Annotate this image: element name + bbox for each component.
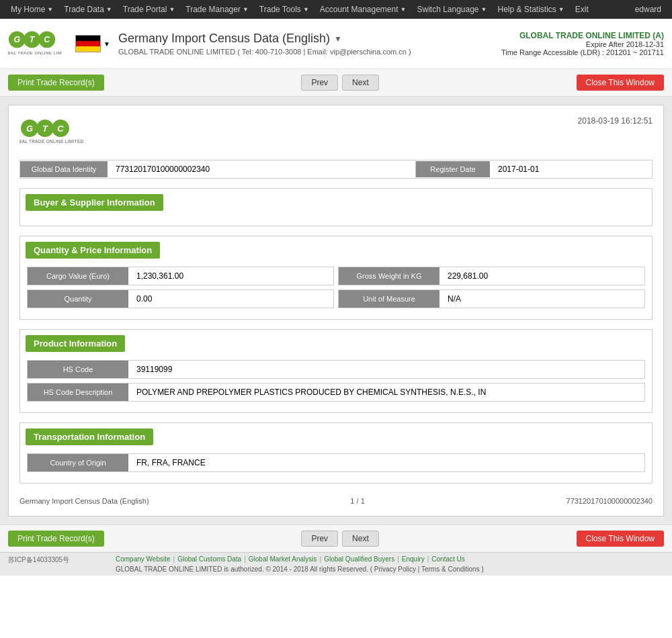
account-time-range: Time Range Accessible (LDR) : 201201 ~ 2… bbox=[501, 48, 664, 56]
country-origin-row: Country of Origin FR, FRA, FRANCE bbox=[27, 453, 645, 472]
transportation-body: Country of Origin FR, FRA, FRANCE bbox=[20, 451, 652, 483]
close-window-button[interactable]: Close This Window bbox=[577, 75, 664, 91]
bottom-prev-button[interactable]: Prev bbox=[301, 531, 338, 547]
country-origin-label: Country of Origin bbox=[28, 454, 128, 471]
svg-text:G: G bbox=[13, 35, 20, 44]
global-data-identity-label: Global Data Identity bbox=[20, 161, 108, 177]
product-information-body: HS Code 39119099 HS Code Description POL… bbox=[20, 357, 652, 412]
register-date-value: 2017-01-01 bbox=[490, 161, 652, 178]
buyer-supplier-section: Buyer & Supplier Information bbox=[19, 188, 653, 226]
gross-weight-field: Gross Weight in KG 229,681.00 bbox=[338, 267, 645, 285]
unit-of-measure-field: Unit of Measure N/A bbox=[338, 289, 645, 308]
product-information-section: Product Information HS Code 39119099 HS … bbox=[19, 329, 653, 413]
nav-help-statistics[interactable]: Help & Statistics ▼ bbox=[492, 0, 569, 19]
gross-weight-value: 229,681.00 bbox=[439, 267, 644, 285]
svg-text:C: C bbox=[44, 35, 50, 44]
footer-record-id: 773120170100000002340 bbox=[566, 497, 653, 505]
page-title: Germany Import Census Data (English) ▼ bbox=[118, 32, 501, 46]
nav-trade-manager[interactable]: Trade Manager ▼ bbox=[180, 0, 254, 19]
account-expire: Expire After 2018-12-31 bbox=[501, 40, 664, 48]
cargo-value-value: 1,230,361.00 bbox=[128, 267, 333, 285]
hs-desc-row: HS Code Description POLYMER AND PREPOLYM… bbox=[27, 383, 645, 402]
buyer-supplier-body bbox=[20, 216, 652, 226]
icp-number: 苏ICP备14033305号 bbox=[8, 555, 116, 573]
nav-trade-tools[interactable]: Trade Tools ▼ bbox=[254, 0, 314, 19]
chevron-down-icon: ▼ bbox=[169, 6, 175, 13]
company-logo: G T C GLOBAL TRADE ONLINE LIMITED bbox=[8, 26, 62, 62]
footer-link-enquiry[interactable]: Enquiry bbox=[402, 555, 425, 563]
svg-text:T: T bbox=[42, 124, 48, 134]
unit-of-measure-value: N/A bbox=[439, 290, 644, 308]
footer-link-qualified-buyers[interactable]: Global Qualified Buyers bbox=[324, 555, 394, 563]
prev-button[interactable]: Prev bbox=[301, 75, 338, 91]
quantity-price-header: Quantity & Price Information bbox=[26, 242, 160, 259]
title-area: Germany Import Census Data (English) ▼ G… bbox=[118, 32, 501, 56]
record-card: G T C GLOBAL TRADE ONLINE LIMITED 2018-0… bbox=[8, 105, 664, 516]
card-footer: Germany Import Census Data (English) 1 /… bbox=[19, 493, 653, 505]
top-action-bar: Print Trade Record(s) Prev Next Close Th… bbox=[0, 69, 672, 97]
footer-link-market-analysis[interactable]: Global Market Analysis bbox=[249, 555, 317, 563]
transportation-header: Transportation Information bbox=[26, 428, 153, 445]
unit-of-measure-label: Unit of Measure bbox=[339, 290, 439, 308]
action-bar-left: Print Trade Record(s) bbox=[8, 75, 104, 91]
quantity-field: Quantity 0.00 bbox=[27, 289, 334, 308]
svg-text:C: C bbox=[57, 124, 64, 134]
nav-trade-portal[interactable]: Trade Portal ▼ bbox=[118, 0, 181, 19]
cargo-gross-row: Cargo Value (Euro) 1,230,361.00 Gross We… bbox=[27, 267, 645, 285]
next-button[interactable]: Next bbox=[342, 75, 379, 91]
card-logo: G T C GLOBAL TRADE ONLINE LIMITED bbox=[19, 116, 100, 152]
print-button[interactable]: Print Trade Record(s) bbox=[8, 75, 104, 91]
footer-content: Company Website | Global Customs Data | … bbox=[116, 555, 664, 573]
nav-exit[interactable]: Exit bbox=[570, 0, 594, 19]
nav-switch-language[interactable]: Switch Language ▼ bbox=[411, 0, 492, 19]
svg-text:G: G bbox=[26, 124, 33, 134]
account-company-name: GLOBAL TRADE ONLINE LIMITED (A) bbox=[501, 31, 664, 40]
bottom-action-left: Print Trade Record(s) bbox=[8, 531, 104, 547]
logo-area: G T C GLOBAL TRADE ONLINE LIMITED bbox=[8, 26, 62, 62]
chevron-down-icon: ▼ bbox=[106, 6, 112, 13]
hs-code-label: HS Code bbox=[28, 361, 128, 378]
bottom-action-bar: Print Trade Record(s) Prev Next Close Th… bbox=[0, 525, 672, 552]
register-date-label: Register Date bbox=[416, 161, 490, 177]
product-information-header: Product Information bbox=[26, 335, 125, 352]
title-dropdown-icon[interactable]: ▼ bbox=[334, 34, 342, 44]
nav-account-management[interactable]: Account Management ▼ bbox=[314, 0, 412, 19]
chevron-down-icon: ▼ bbox=[481, 6, 487, 13]
footer-area: 苏ICP备14033305号 Company Website | Global … bbox=[0, 552, 672, 576]
qty-unit-row: Quantity 0.00 Unit of Measure N/A bbox=[27, 289, 645, 308]
action-bar-center: Prev Next bbox=[301, 75, 378, 91]
chevron-down-icon: ▼ bbox=[558, 6, 564, 13]
quantity-value: 0.00 bbox=[128, 290, 333, 308]
hs-desc-value: POLYMER AND PREPOLYMER PLASTICS PRODUCED… bbox=[128, 383, 644, 401]
footer-page: 1 / 1 bbox=[350, 497, 364, 505]
cargo-value-field: Cargo Value (Euro) 1,230,361.00 bbox=[27, 267, 334, 285]
user-name: edward bbox=[630, 5, 667, 14]
footer-link-customs-data[interactable]: Global Customs Data bbox=[177, 555, 241, 563]
footer-record-title: Germany Import Census Data (English) bbox=[19, 497, 149, 505]
nav-my-home[interactable]: My Home ▼ bbox=[5, 0, 58, 19]
transportation-section: Transportation Information Country of Or… bbox=[19, 422, 653, 484]
chevron-down-icon: ▼ bbox=[303, 6, 309, 13]
bottom-print-button[interactable]: Print Trade Record(s) bbox=[8, 531, 104, 547]
buyer-supplier-header: Buyer & Supplier Information bbox=[26, 194, 163, 211]
bottom-close-button[interactable]: Close This Window bbox=[577, 531, 664, 547]
flag-dropdown-arrow[interactable]: ▼ bbox=[103, 40, 110, 48]
action-bar-right: Close This Window bbox=[577, 75, 664, 91]
country-origin-value: FR, FRA, FRANCE bbox=[128, 454, 644, 471]
top-navigation: My Home ▼ Trade Data ▼ Trade Portal ▼ Tr… bbox=[0, 0, 672, 19]
account-info: GLOBAL TRADE ONLINE LIMITED (A) Expire A… bbox=[501, 31, 664, 56]
svg-text:GLOBAL TRADE ONLINE LIMITED: GLOBAL TRADE ONLINE LIMITED bbox=[8, 50, 62, 55]
chevron-down-icon: ▼ bbox=[401, 6, 407, 13]
country-flag bbox=[75, 35, 101, 52]
footer-link-contact[interactable]: Contact Us bbox=[431, 555, 464, 563]
bottom-next-button[interactable]: Next bbox=[342, 531, 379, 547]
card-header: G T C GLOBAL TRADE ONLINE LIMITED 2018-0… bbox=[19, 116, 653, 152]
record-timestamp: 2018-03-19 16:12:51 bbox=[578, 116, 653, 126]
header-subtitle: GLOBAL TRADE ONLINE LIMITED ( Tel: 400-7… bbox=[118, 48, 501, 56]
nav-trade-data[interactable]: Trade Data ▼ bbox=[58, 0, 118, 19]
cargo-value-label: Cargo Value (Euro) bbox=[28, 267, 128, 285]
hs-desc-label: HS Code Description bbox=[28, 383, 128, 401]
footer-copyright: GLOBAL TRADE ONLINE LIMITED is authorize… bbox=[116, 565, 664, 573]
chevron-down-icon: ▼ bbox=[243, 6, 249, 13]
footer-link-company-website[interactable]: Company Website bbox=[116, 555, 171, 563]
